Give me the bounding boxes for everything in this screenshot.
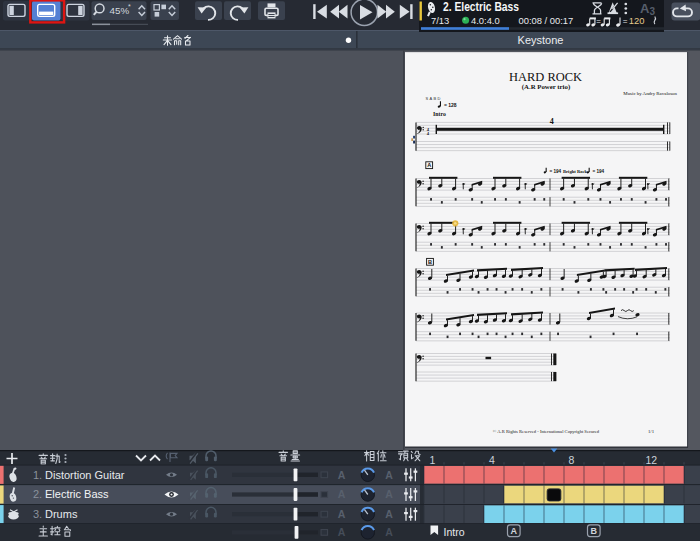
svg-text:=: =	[596, 17, 601, 26]
svg-text:Electric Bass: Electric Bass	[45, 488, 109, 500]
svg-text:B: B	[428, 259, 432, 265]
svg-text:Drums: Drums	[45, 508, 78, 520]
svg-text:1: 1	[430, 454, 436, 466]
svg-text:Music by Andry Ravaloson: Music by Andry Ravaloson	[623, 91, 677, 96]
svg-text:1.: 1.	[33, 469, 42, 481]
svg-text:12: 12	[646, 454, 658, 466]
svg-text:A: A	[385, 469, 393, 481]
svg-text:1/1: 1/1	[648, 429, 655, 434]
svg-text:A: A	[385, 508, 393, 520]
svg-text:4: 4	[550, 117, 554, 126]
svg-text:8: 8	[569, 454, 575, 466]
svg-text:3.: 3.	[33, 508, 42, 520]
svg-text:120: 120	[629, 15, 645, 26]
svg-text:3: 3	[650, 6, 656, 17]
svg-text:Intro: Intro	[433, 111, 446, 117]
svg-text:4.0:4.0: 4.0:4.0	[471, 15, 500, 26]
svg-text:45%: 45%	[110, 5, 130, 16]
svg-text:Keystone: Keystone	[518, 34, 564, 46]
svg-text:7/13: 7/13	[431, 15, 449, 26]
svg-text:=: =	[623, 17, 628, 26]
svg-text:= 194: = 194	[550, 169, 562, 174]
svg-text:= 194: = 194	[593, 169, 605, 174]
svg-text:Intro: Intro	[444, 526, 465, 538]
svg-text:A: A	[385, 526, 393, 538]
svg-text:Bright Rock: Bright Rock	[563, 169, 588, 174]
svg-text:4: 4	[489, 454, 495, 466]
svg-text:A: A	[338, 469, 346, 481]
svg-text:*: *	[128, 3, 131, 10]
svg-text:(A.R Power trio): (A.R Power trio)	[522, 83, 570, 91]
svg-text:A: A	[511, 526, 518, 536]
svg-text:2. Electric Bass: 2. Electric Bass	[443, 0, 519, 14]
svg-text:A: A	[338, 488, 346, 500]
svg-text:Distortion Guitar: Distortion Guitar	[45, 469, 125, 481]
svg-text:© A.R Rights Reserved - Inter: © A.R Rights Reserved - International Co…	[493, 429, 600, 434]
svg-text:A: A	[385, 488, 393, 500]
svg-text:A: A	[338, 526, 346, 538]
svg-text:00:08 / 00:17: 00:08 / 00:17	[519, 15, 574, 26]
svg-text:= 128: = 128	[444, 102, 457, 108]
svg-text:HARD ROCK: HARD ROCK	[509, 69, 582, 84]
svg-text:2.: 2.	[33, 488, 42, 500]
svg-text:A: A	[427, 162, 431, 168]
svg-text:A: A	[338, 508, 346, 520]
svg-text:B: B	[591, 526, 598, 536]
svg-text:S A B D: S A B D	[426, 96, 441, 101]
